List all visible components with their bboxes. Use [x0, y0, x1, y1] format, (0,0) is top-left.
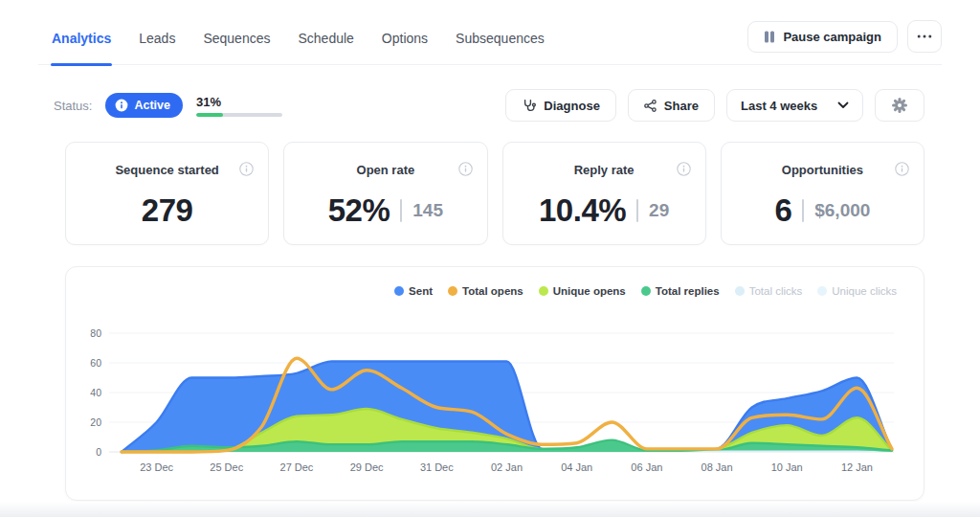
chevron-down-icon: [837, 101, 849, 109]
legend-item-total-replies[interactable]: Total replies: [641, 285, 720, 297]
date-range-value: Last 4 weeks: [741, 99, 817, 113]
analytics-chart-card: Sent Total opens Unique opens Total repl…: [65, 266, 924, 501]
share-icon: [644, 100, 657, 112]
value-divider: [802, 199, 804, 222]
tab-schedule[interactable]: Schedule: [297, 25, 354, 64]
progress-percent-label: 31%: [196, 95, 282, 109]
info-icon[interactable]: [895, 162, 909, 180]
stat-card-reply-rate: Reply rate 10.4% 29: [502, 142, 706, 245]
svg-text:08 Jan: 08 Jan: [702, 461, 733, 473]
svg-text:27 Dec: 27 Dec: [280, 461, 314, 473]
stat-card-opportunities: Opportunities 6 $6,000: [721, 142, 924, 245]
settings-button[interactable]: [875, 89, 924, 122]
tab-leads[interactable]: Leads: [138, 25, 176, 64]
legend-dot: [448, 286, 457, 296]
legend-item-unique-opens[interactable]: Unique opens: [539, 285, 626, 297]
chart-legend: Sent Total opens Unique opens Total repl…: [66, 267, 924, 298]
stat-secondary-value: 145: [412, 200, 443, 221]
campaign-header: Analytics Leads Sequences Schedule Optio…: [38, 0, 942, 65]
stat-value: 10.4%: [539, 192, 626, 229]
stat-secondary-value: 29: [649, 200, 669, 221]
legend-dot: [641, 286, 651, 296]
toolbar-group: Diagnose Share Last 4 weeks: [505, 89, 924, 122]
svg-text:31 Dec: 31 Dec: [420, 461, 454, 473]
stat-value: 52%: [328, 192, 390, 229]
svg-text:02 Jan: 02 Jan: [491, 461, 523, 473]
legend-item-total-clicks[interactable]: Total clicks: [735, 285, 803, 297]
stat-card-sequence-started: Sequence started 279: [65, 142, 269, 245]
legend-item-total-opens[interactable]: Total opens: [448, 285, 523, 297]
legend-item-sent[interactable]: Sent: [394, 285, 433, 297]
legend-dot: [735, 286, 745, 296]
page-fade: [0, 502, 980, 517]
stats-row: Sequence started 279 Open rate 52% 145 R…: [65, 142, 924, 245]
svg-text:04 Jan: 04 Jan: [561, 461, 592, 473]
svg-text:80: 80: [90, 327, 101, 339]
value-divider: [636, 199, 638, 222]
stat-title: Sequence started: [66, 163, 268, 177]
svg-text:25 Dec: 25 Dec: [210, 461, 243, 473]
status-group: Status: Active 31%: [54, 93, 282, 118]
svg-text:10 Jan: 10 Jan: [771, 461, 803, 473]
stat-value: 6: [774, 192, 791, 229]
share-button[interactable]: Share: [628, 89, 715, 122]
stat-title: Opportunities: [722, 163, 924, 177]
stat-title: Reply rate: [503, 163, 705, 177]
svg-text:40: 40: [90, 387, 101, 398]
analytics-chart[interactable]: 02040608023 Dec25 Dec27 Dec29 Dec31 Dec0…: [74, 315, 916, 478]
stethoscope-icon: [522, 99, 536, 113]
svg-text:06 Jan: 06 Jan: [631, 461, 662, 473]
svg-text:20: 20: [90, 416, 101, 428]
share-label: Share: [664, 99, 699, 113]
pause-campaign-button[interactable]: Pause campaign: [747, 21, 898, 53]
legend-dot: [394, 286, 404, 296]
diagnose-label: Diagnose: [544, 99, 600, 113]
pause-icon: [764, 31, 775, 43]
analytics-page: Analytics Leads Sequences Schedule Optio…: [0, 0, 980, 517]
info-icon[interactable]: [239, 162, 254, 180]
info-icon[interactable]: [458, 162, 473, 180]
progress-bar-fill: [196, 113, 223, 117]
legend-item-unique-clicks[interactable]: Unique clicks: [817, 285, 897, 297]
status-state-label: Active: [134, 99, 170, 112]
tab-subsequences[interactable]: Subsequences: [455, 25, 546, 64]
diagnose-button[interactable]: Diagnose: [505, 89, 616, 122]
status-label: Status:: [54, 99, 92, 113]
info-icon: [115, 99, 128, 112]
svg-text:23 Dec: 23 Dec: [140, 461, 173, 473]
ellipsis-icon: [917, 34, 932, 38]
tab-sequences[interactable]: Sequences: [202, 25, 271, 64]
date-range-select[interactable]: Last 4 weeks: [726, 89, 863, 122]
tab-analytics[interactable]: Analytics: [51, 25, 112, 64]
campaign-progress: 31%: [196, 95, 282, 117]
campaign-tabs: Analytics Leads Sequences Schedule Optio…: [38, 0, 546, 64]
more-options-button[interactable]: [907, 20, 942, 53]
stat-value: 279: [142, 192, 193, 229]
gear-icon: [891, 97, 908, 114]
svg-text:12 Jan: 12 Jan: [841, 461, 873, 473]
svg-text:0: 0: [96, 446, 101, 458]
legend-dot: [817, 286, 827, 296]
pause-campaign-label: Pause campaign: [783, 30, 881, 44]
status-toolbar-row: Status: Active 31%: [54, 89, 924, 122]
header-actions: Pause campaign: [747, 20, 942, 53]
svg-text:60: 60: [90, 357, 101, 369]
info-icon[interactable]: [677, 162, 691, 180]
stat-card-open-rate: Open rate 52% 145: [283, 142, 487, 245]
value-divider: [400, 199, 402, 222]
progress-bar: [196, 113, 282, 117]
tab-options[interactable]: Options: [381, 25, 429, 64]
stat-title: Open rate: [284, 163, 486, 177]
svg-text:29 Dec: 29 Dec: [350, 461, 384, 473]
status-badge[interactable]: Active: [105, 93, 183, 118]
stat-secondary-value: $6,000: [814, 200, 870, 221]
legend-dot: [539, 286, 548, 296]
